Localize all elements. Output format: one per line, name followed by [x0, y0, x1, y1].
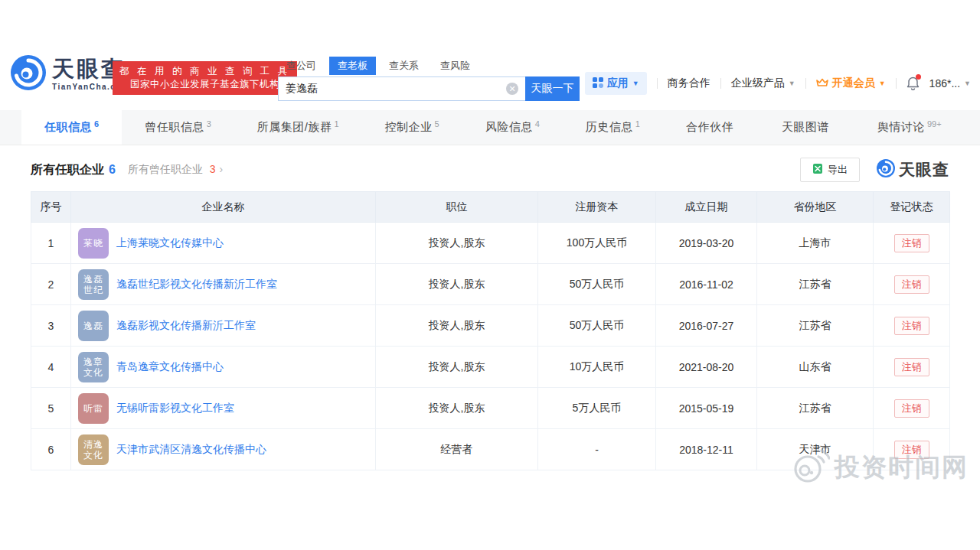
company-avatar: 逸磊 世纪 [78, 269, 109, 300]
nav-tab[interactable]: 天眼图谱 [759, 110, 854, 145]
section-title-count: 6 [109, 163, 116, 177]
former-positions-count: 3 [210, 163, 216, 175]
nav-tab-count: 1 [334, 119, 338, 129]
region-cell: 上海市 [757, 223, 874, 264]
nav-tab-count: 6 [94, 119, 99, 129]
company-link[interactable]: 逸磊影视文化传播新沂工作室 [116, 319, 256, 333]
nav-tab-label: 曾任职信息 [145, 120, 204, 135]
nav-tab[interactable]: 任职信息 6 [21, 110, 122, 145]
business-cooperation-link[interactable]: 商务合作 [668, 76, 710, 90]
status-badge: 注销 [894, 317, 929, 335]
column-header: 注册资本 [538, 192, 656, 223]
nav-tab-label: 天眼图谱 [782, 120, 829, 135]
row-index-cell: 3 [31, 305, 71, 347]
company-link[interactable]: 逸磊世纪影视文化传播新沂工作室 [116, 278, 277, 291]
nav-tab[interactable]: 风险信息 4 [462, 110, 563, 145]
site-header: 天眼查 TianYanCha.com 都 在 用 的 商 业 查 询 工 具 国… [0, 47, 980, 110]
crown-icon [816, 77, 828, 90]
company-link[interactable]: 上海莱晓文化传媒中心 [116, 236, 224, 250]
capital-cell: 100万人民币 [538, 223, 656, 264]
divider [657, 78, 658, 89]
status-badge: 注销 [894, 275, 929, 294]
notifications-bell-button[interactable] [906, 76, 920, 90]
capital-cell: 10万人民币 [538, 347, 656, 388]
notification-red-dot [916, 74, 921, 80]
enterprise-products-label: 企业级产品 [731, 76, 785, 90]
search-category-tab[interactable]: 查公司 [278, 57, 325, 75]
divider [805, 78, 806, 89]
nav-tab[interactable]: 合作伙伴 [663, 110, 759, 145]
company-link[interactable]: 无锡听雷影视文化工作室 [116, 402, 234, 415]
company-link[interactable]: 天津市武清区清逸文化传播中心 [116, 443, 266, 457]
chevron-down-icon: ▼ [632, 80, 639, 87]
date-cell: 2021-08-20 [656, 347, 757, 388]
column-header: 企业名称 [71, 192, 376, 223]
company-avatar: 清逸 文化 [78, 434, 109, 465]
region-cell: 江苏省 [757, 264, 874, 305]
avatar-text-line1: 逸章 [83, 356, 103, 367]
table-row: 4 逸章 文化 青岛逸章文化传播中心 投资人,股东 10万人民币 2021-08… [31, 347, 950, 388]
clear-search-icon[interactable]: ✕ [506, 83, 518, 95]
row-index-cell: 1 [31, 223, 71, 264]
export-button[interactable]: 导出 [800, 158, 860, 182]
position-cell: 经营者 [376, 429, 538, 470]
search-category-tab[interactable]: 查老板 [329, 57, 376, 75]
enterprise-products-menu[interactable]: 企业级产品 ▼ [731, 76, 795, 90]
divider [720, 78, 721, 89]
date-cell: 2015-05-19 [656, 388, 757, 429]
row-index-cell: 6 [31, 429, 71, 470]
table-header-row: 序号企业名称职位注册资本成立日期省份地区登记状态 [31, 192, 950, 223]
search-category-tab[interactable]: 查风险 [432, 57, 479, 75]
nav-tab[interactable]: 历史信息 1 [563, 110, 663, 145]
avatar-text-line1: 清逸 [83, 439, 103, 450]
region-cell: 江苏省 [757, 305, 874, 347]
detail-tab-bar: 任职信息 6 曾任职信息 3 所属集团/族群 1 控制企业 5 风险信息 4 历… [0, 110, 980, 145]
search-input[interactable] [278, 76, 525, 101]
capital-cell: 50万人民币 [538, 305, 656, 347]
column-header: 成立日期 [656, 192, 757, 223]
search-tabs: 查公司 查老板 查关系 查风险 [278, 57, 580, 75]
tianyancha-eye-icon [11, 55, 46, 93]
nav-tab[interactable]: 所属集团/族群 1 [234, 110, 362, 145]
avatar-text-line1: 听雷 [83, 403, 103, 414]
date-cell: 2019-03-20 [656, 223, 757, 264]
section-header: 所有任职企业 6 所有曾任职企业 3 › 导出 [31, 156, 949, 184]
tianyancha-eye-icon [877, 159, 895, 181]
nav-tab-count: 1 [635, 119, 640, 129]
column-header: 职位 [376, 192, 538, 223]
row-index-cell: 4 [31, 347, 71, 388]
slogan-banner: 都 在 用 的 商 业 查 询 工 具 国家中小企业发展子基金旗下机构 [113, 61, 297, 95]
nav-tab[interactable]: 曾任职信息 3 [122, 110, 234, 145]
search-category-tab[interactable]: 查关系 [381, 57, 427, 75]
position-cell: 投资人,股东 [376, 347, 538, 388]
column-header: 省份地区 [757, 192, 874, 223]
chevron-down-icon: ▼ [789, 80, 795, 87]
column-header: 登记状态 [874, 192, 950, 223]
search-button[interactable]: 天眼一下 [525, 76, 580, 101]
divider [896, 78, 897, 89]
watermark-brand-text: 天眼查 [899, 159, 949, 181]
region-cell: 天津市 [757, 429, 874, 470]
account-phone-menu[interactable]: 186*... ▼ [929, 77, 971, 89]
company-link[interactable]: 青岛逸章文化传播中心 [116, 360, 224, 374]
chevron-down-icon: ▼ [879, 80, 886, 87]
former-positions-link[interactable]: 所有曾任职企业 3 › [128, 163, 223, 177]
nav-tab-label: 控制企业 [385, 120, 433, 135]
capital-cell: 50万人民币 [538, 264, 656, 305]
table-row: 2 逸磊 世纪 逸磊世纪影视文化传播新沂工作室 投资人,股东 50万人民币 20… [31, 264, 950, 305]
column-header: 序号 [31, 192, 71, 223]
chevron-down-icon: ▼ [964, 80, 971, 87]
chevron-right-icon: › [219, 163, 223, 175]
nav-tab-label: 任职信息 [44, 120, 92, 135]
nav-tab[interactable]: 舆情讨论 99+ [854, 110, 965, 145]
position-cell: 投资人,股东 [376, 305, 538, 347]
date-cell: 2016-11-02 [656, 264, 757, 305]
table-row: 3 逸磊 逸磊影视文化传播新沂工作室 投资人,股东 50万人民币 2016-07… [31, 305, 950, 347]
nav-tab-label: 所属集团/族群 [257, 120, 332, 135]
capital-cell: 5万人民币 [538, 388, 656, 429]
apps-menu-button[interactable]: 应用 ▼ [585, 72, 647, 95]
tianyancha-watermark-logo: 天眼查 [877, 159, 949, 181]
open-vip-menu[interactable]: 开通会员 ▼ [816, 76, 886, 90]
nav-tab[interactable]: 控制企业 5 [362, 110, 462, 145]
avatar-text-line2: 文化 [83, 450, 103, 461]
